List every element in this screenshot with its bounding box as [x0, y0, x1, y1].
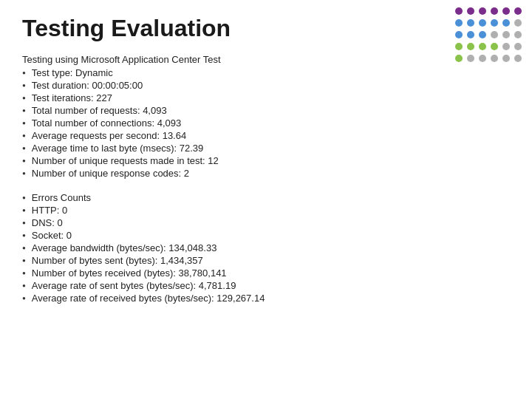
decorative-dot: [467, 7, 474, 15]
list-item: Test iterations: 227: [22, 92, 480, 104]
decorative-dot: [502, 55, 510, 62]
decorative-dot: [479, 31, 486, 38]
list-item: Total number of connections: 4,093: [22, 117, 480, 129]
decorative-dot: [455, 31, 463, 38]
decorative-dot: [502, 31, 510, 38]
decorative-dot: [514, 31, 522, 38]
decorative-dot: [479, 43, 486, 50]
decorative-dot: [491, 7, 498, 15]
decorative-dot: [491, 43, 498, 50]
intro-label: Testing using Microsoft Application Cent…: [22, 54, 480, 65]
decorative-dot: [467, 43, 474, 50]
main-content: Testing Evaluation Testing using Microso…: [0, 0, 502, 331]
decorative-dot: [514, 19, 522, 27]
list-item: Average requests per second: 13.64: [22, 129, 480, 142]
decorative-dot: [455, 43, 463, 50]
decorative-dot: [514, 55, 522, 62]
list-item: Average bandwidth (bytes/sec): 134,048.3…: [22, 242, 480, 254]
decorative-dot: [514, 7, 522, 15]
decorative-dot: [491, 19, 498, 27]
list-item: Test type: Dynamic: [22, 66, 480, 79]
decorative-dot: [467, 31, 474, 38]
list-item: Number of unique requests made in test: …: [22, 154, 480, 167]
decorative-dot-grid: [455, 7, 525, 65]
decorative-dot: [467, 19, 474, 27]
decorative-dot: [491, 55, 498, 62]
list-item: Total number of requests: 4,093: [22, 104, 480, 117]
decorative-dot: [455, 19, 463, 27]
decorative-dot: [479, 7, 486, 15]
info-list-2: Errors CountsHTTP: 0DNS: 0Socket: 0Avera…: [22, 191, 480, 304]
list-item: Test duration: 00:00:05:00: [22, 79, 480, 92]
decorative-dot: [455, 7, 463, 15]
decorative-dot: [479, 19, 486, 27]
page-title: Testing Evaluation: [22, 15, 480, 42]
decorative-dot: [455, 55, 463, 62]
decorative-dot: [502, 43, 510, 50]
list-item: Socket: 0: [22, 229, 480, 242]
info-list-1: Test type: DynamicTest duration: 00:00:0…: [22, 66, 480, 180]
decorative-dot: [502, 19, 510, 27]
list-item: Number of bytes received (bytes): 38,780…: [22, 267, 480, 279]
list-item: HTTP: 0: [22, 204, 480, 216]
decorative-dot: [502, 7, 510, 15]
list-item: Errors Counts: [22, 191, 480, 204]
list-item: Number of bytes sent (bytes): 1,434,357: [22, 254, 480, 267]
list-item: Number of unique response codes: 2: [22, 167, 480, 180]
list-item: Average time to last byte (msecs): 72.39: [22, 142, 480, 154]
list-item: Average rate of sent bytes (bytes/sec): …: [22, 279, 480, 292]
decorative-dot: [467, 55, 474, 62]
decorative-dot: [514, 43, 522, 50]
decorative-dot: [479, 55, 486, 62]
list-item: DNS: 0: [22, 216, 480, 229]
decorative-dot: [491, 31, 498, 38]
list-item: Average rate of received bytes (bytes/se…: [22, 292, 480, 304]
